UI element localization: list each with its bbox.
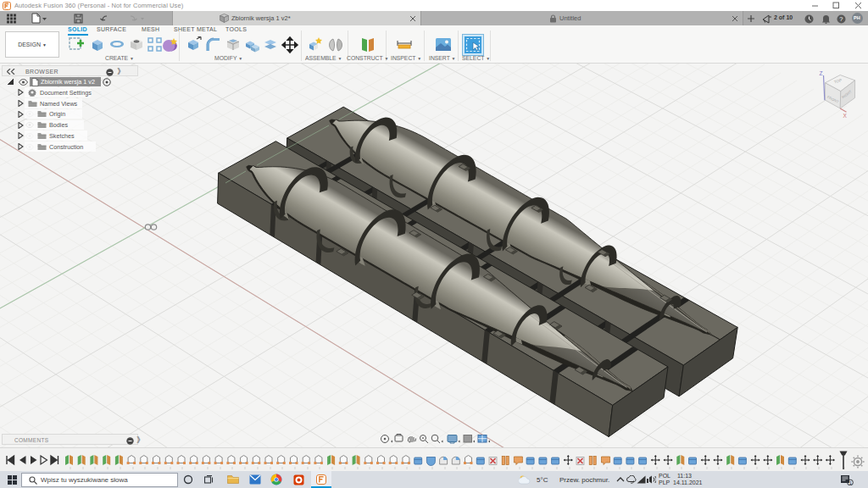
svg-text:X: X bbox=[843, 113, 848, 119]
svg-text:Z: Z bbox=[820, 70, 823, 76]
svg-text:1: 1 bbox=[849, 480, 852, 485]
svg-text:?: ? bbox=[839, 15, 843, 23]
